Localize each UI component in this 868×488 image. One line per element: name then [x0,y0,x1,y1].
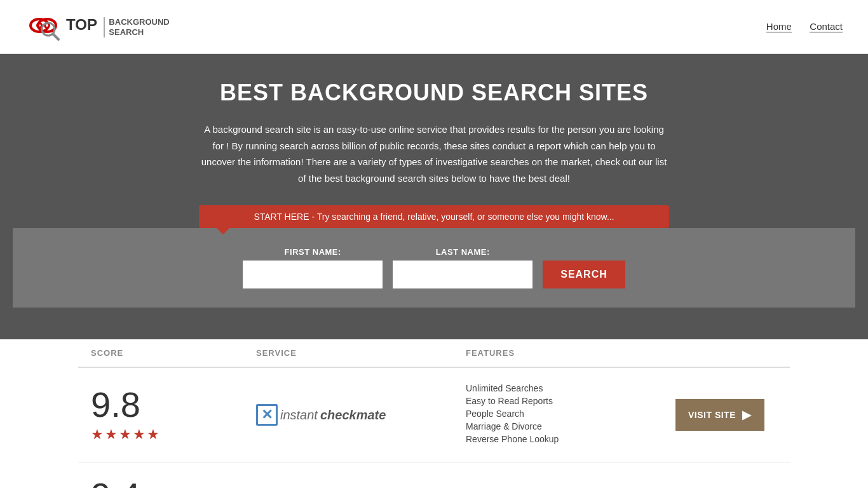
table-row: 9.8 ★★★★★ ✕ instant checkmate Unlimited … [78,368,790,463]
score-cell-2: 9.4 ★★★★★ [91,478,256,488]
last-name-group: LAST NAME: [393,247,532,288]
service-logo-1: ✕ instant checkmate [256,404,466,426]
first-name-input[interactable] [243,261,383,288]
table-row: 9.4 ★★★★★ PeopleLooker Accurate and up-t… [78,463,790,488]
first-name-group: FIRST NAME: [243,247,383,288]
last-name-label: LAST NAME: [393,247,532,257]
logo-icon [25,6,66,47]
logo: TOP BACKGROUNDSEARCH [25,6,170,47]
hero-description: A background search site is an easy-to-u… [199,121,669,186]
results-table: SCORE SERVICE FEATURES 9.8 ★★★★★ ✕ insta… [65,339,803,488]
hero-section: BEST BACKGROUND SEARCH SITES A backgroun… [0,54,868,339]
checkmate-logo: ✕ instant checkmate [256,404,466,426]
feature-item: Easy to Read Reports [466,396,675,406]
hero-title: BEST BACKGROUND SEARCH SITES [13,79,855,106]
feature-item: Unlimited Searches [466,383,675,393]
search-form: FIRST NAME: LAST NAME: SEARCH [13,228,855,308]
feature-item: Reverse Phone Lookup [466,434,675,444]
checkmate-name: checkmate [320,408,386,423]
score-number-2: 9.4 [91,478,140,488]
score-number-1: 9.8 [91,387,140,423]
visit-site-button-1[interactable]: VISIT SITE ▶ [675,399,764,431]
checkmate-instant: instant [280,408,318,423]
header-action [675,348,777,358]
nav-contact[interactable]: Contact [810,21,843,32]
search-button[interactable]: SEARCH [543,261,625,288]
last-name-input[interactable] [393,261,532,288]
table-header: SCORE SERVICE FEATURES [78,339,790,368]
visit-btn-container-1: VISIT SITE ▶ [675,399,777,431]
logo-sub: BACKGROUNDSEARCH [104,17,169,37]
logo-top: TOP [66,16,97,33]
svg-line-7 [53,34,58,39]
navbar: TOP BACKGROUNDSEARCH Home Contact [0,0,868,54]
search-bubble: START HERE - Try searching a friend, rel… [199,205,669,228]
visit-site-label-1: VISIT SITE [688,410,736,420]
nav-links: Home Contact [751,21,843,32]
header-score: SCORE [91,348,256,358]
logo-text-area: TOP BACKGROUNDSEARCH [66,16,170,37]
first-name-label: FIRST NAME: [243,247,383,257]
checkmate-x-icon: ✕ [256,404,278,426]
features-list-1: Unlimited Searches Easy to Read Reports … [466,383,675,447]
arrow-icon-1: ▶ [742,408,752,422]
feature-item: Marriage & Divorce [466,421,675,431]
nav-home[interactable]: Home [766,21,792,32]
header-service: SERVICE [256,348,466,358]
svg-point-5 [46,24,48,27]
feature-item: People Search [466,409,675,419]
stars-1: ★★★★★ [91,426,161,443]
score-cell-1: 9.8 ★★★★★ [91,387,256,443]
header-features: FEATURES [466,348,675,358]
